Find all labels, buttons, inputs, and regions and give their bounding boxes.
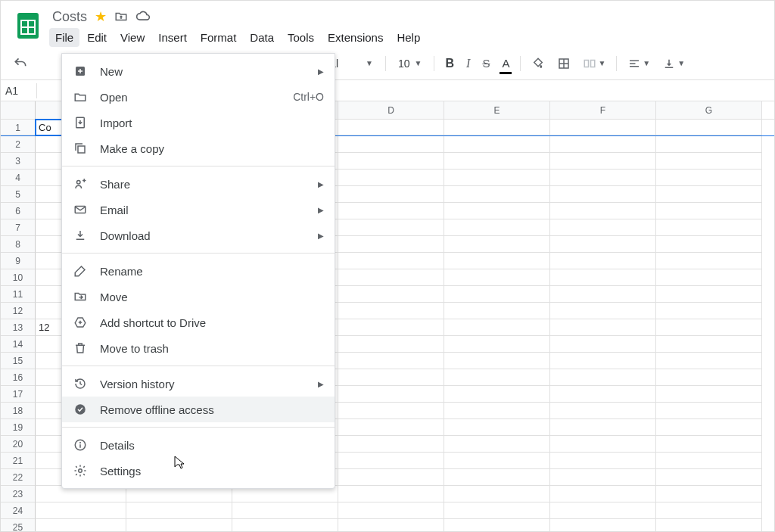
cell[interactable] [550,269,656,286]
row-header[interactable]: 1 [1,120,36,135]
cloud-status-icon[interactable] [135,9,151,24]
cell[interactable] [338,219,444,236]
menu-item-import[interactable]: Import [62,110,335,135]
row-header[interactable]: 17 [1,386,36,403]
cell[interactable] [444,403,550,419]
menu-format[interactable]: Format [195,28,243,47]
select-all-corner[interactable] [1,101,36,119]
cell[interactable] [550,120,656,135]
column-header[interactable]: F [550,101,656,119]
row-header[interactable]: 3 [1,153,36,170]
cell[interactable] [444,120,550,135]
cell[interactable] [338,120,444,135]
cell[interactable] [338,336,444,353]
cell[interactable] [550,386,656,403]
row-header[interactable]: 12 [1,303,36,319]
cell[interactable] [444,419,550,436]
cell[interactable] [550,303,656,319]
cell[interactable] [338,419,444,436]
cell[interactable] [550,336,656,353]
cell[interactable] [656,453,762,469]
menu-item-move[interactable]: Move [62,284,335,310]
cell[interactable] [444,219,550,236]
cell[interactable] [126,519,232,532]
star-icon[interactable]: ★ [95,8,107,25]
menu-item-remove-offline[interactable]: Remove offline access [62,397,335,422]
column-header[interactable]: G [656,101,762,119]
cell[interactable] [550,469,656,486]
text-color-button[interactable]: A [497,54,514,73]
menu-item-email[interactable]: Email ▶ [62,197,335,222]
cell[interactable] [656,353,762,369]
cell[interactable] [656,219,762,236]
cell[interactable] [656,136,762,153]
vertical-align-button[interactable]: ▼ [658,54,689,73]
cell[interactable] [444,436,550,453]
menu-item-new[interactable]: New ▶ [62,58,335,84]
column-header[interactable]: D [338,101,444,119]
cell[interactable] [338,136,444,153]
cell[interactable] [36,502,126,519]
cell[interactable] [656,369,762,386]
cell[interactable] [550,203,656,219]
cell[interactable] [656,153,762,170]
menu-edit[interactable]: Edit [81,28,113,47]
cell[interactable] [656,186,762,203]
cell[interactable] [444,486,550,502]
cell[interactable] [444,369,550,386]
cell[interactable] [444,502,550,519]
menu-help[interactable]: Help [391,28,426,47]
cell[interactable] [444,269,550,286]
cell[interactable] [656,336,762,353]
cell[interactable] [656,236,762,253]
cell[interactable] [656,303,762,319]
row-header[interactable]: 2 [1,136,36,153]
cell[interactable] [656,519,762,532]
row-header[interactable]: 6 [1,203,36,219]
row-header[interactable]: 9 [1,253,36,269]
row-header[interactable]: 20 [1,436,36,453]
horizontal-align-button[interactable]: ▼ [623,54,655,73]
cell[interactable] [656,120,762,135]
menu-view[interactable]: View [114,28,151,47]
cell[interactable] [444,170,550,186]
cell[interactable] [656,403,762,419]
italic-button[interactable]: I [462,54,475,73]
cell[interactable] [550,419,656,436]
cell[interactable] [444,453,550,469]
document-title[interactable]: Costs [52,9,87,25]
row-header[interactable]: 21 [1,453,36,469]
cell[interactable] [338,253,444,269]
menu-item-add-shortcut[interactable]: Add shortcut to Drive [62,310,335,335]
menu-item-version-history[interactable]: Version history ▶ [62,371,335,397]
cell[interactable] [338,403,444,419]
menu-item-settings[interactable]: Settings [62,458,335,484]
cell[interactable] [338,369,444,386]
strikethrough-button[interactable]: S [478,54,494,73]
row-header[interactable]: 5 [1,186,36,203]
menu-insert[interactable]: Insert [152,28,193,47]
cell[interactable] [550,253,656,269]
cell[interactable] [444,253,550,269]
cell[interactable] [338,153,444,170]
row-header[interactable]: 14 [1,336,36,353]
cell[interactable] [656,502,762,519]
cell[interactable] [550,453,656,469]
cell[interactable] [656,469,762,486]
font-size-selector[interactable]: 10▼ [392,56,428,71]
menu-item-trash[interactable]: Move to trash [62,335,335,361]
cell[interactable] [550,502,656,519]
cell[interactable] [338,203,444,219]
cell[interactable] [550,403,656,419]
name-box[interactable]: A1 [1,83,37,98]
row-header[interactable]: 13 [1,319,36,336]
menu-item-download[interactable]: Download ▶ [62,222,335,248]
cell[interactable] [444,469,550,486]
cell[interactable] [444,336,550,353]
row-header[interactable]: 24 [1,502,36,519]
cell[interactable] [444,236,550,253]
cell[interactable] [550,170,656,186]
cell[interactable] [656,203,762,219]
cell[interactable] [444,153,550,170]
menu-item-make-copy[interactable]: Make a copy [62,135,335,161]
